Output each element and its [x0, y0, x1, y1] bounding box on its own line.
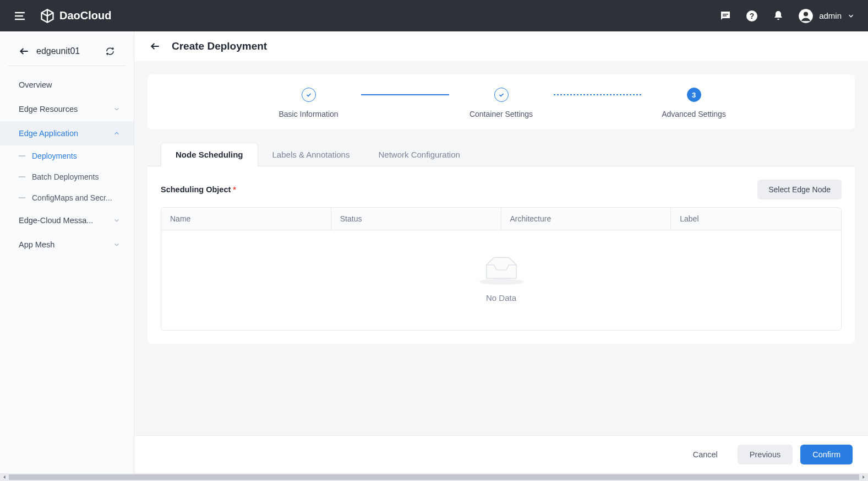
brand-name: DaoCloud — [59, 9, 111, 22]
scroll-left-icon[interactable] — [1, 474, 8, 480]
chevron-down-icon — [113, 217, 121, 224]
chat-icon[interactable] — [719, 9, 732, 23]
svg-point-11 — [479, 279, 523, 285]
sidebar-subitem-label: ConfigMaps and Secr... — [32, 193, 112, 202]
tab-content: Scheduling Object* Select Edge Node Name… — [148, 166, 855, 344]
previous-button[interactable]: Previous — [738, 445, 793, 464]
column-architecture: Architecture — [501, 208, 672, 230]
sidebar-item-label: Edge Application — [19, 129, 78, 138]
tab-node-scheduling[interactable]: Node Scheduling — [161, 143, 258, 166]
column-name: Name — [161, 208, 331, 230]
main: Create Deployment Basic Information — [134, 31, 868, 473]
sidebar-subitem-deployments[interactable]: Deployments — [0, 145, 134, 166]
stepper-card: Basic Information Container Settings 3 A… — [148, 74, 855, 129]
step-container-settings[interactable]: Container Settings — [449, 88, 554, 118]
sidebar-header: edgeunit01 — [8, 37, 126, 66]
tab-bar: Node Scheduling Labels & Annotations Net… — [148, 143, 855, 166]
dash-icon — [19, 176, 25, 177]
step-check-icon — [494, 88, 509, 102]
table-empty-state: No Data — [161, 230, 841, 330]
chevron-down-icon — [113, 105, 121, 113]
column-label: Label — [671, 208, 841, 230]
tab-network-configuration[interactable]: Network Configuration — [364, 143, 474, 166]
sidebar-subitem-label: Batch Deployments — [32, 172, 99, 181]
header-right: ? admin — [719, 8, 855, 24]
sidebar-subitem-batch-deployments[interactable]: Batch Deployments — [0, 166, 134, 187]
confirm-button[interactable]: Confirm — [800, 445, 853, 464]
sidebar-subitem-configmaps[interactable]: ConfigMaps and Secr... — [0, 187, 134, 208]
sidebar-item-label: App Mesh — [19, 240, 54, 249]
sidebar-item-label: Edge Resources — [19, 105, 78, 114]
step-number-icon: 3 — [687, 88, 701, 102]
dash-icon — [19, 155, 25, 156]
top-header: DaoCloud ? admin — [0, 0, 868, 31]
svg-marker-12 — [3, 475, 5, 479]
svg-text:?: ? — [750, 12, 755, 20]
page-header: Create Deployment — [134, 31, 868, 61]
step-check-icon — [302, 88, 316, 102]
empty-text: No Data — [486, 293, 516, 302]
chevron-down-icon — [847, 12, 855, 20]
content-area: Basic Information Container Settings 3 A… — [134, 61, 868, 435]
horizontal-scrollbar[interactable] — [0, 473, 868, 481]
select-edge-node-button[interactable]: Select Edge Node — [757, 180, 842, 199]
step-label: Basic Information — [279, 110, 338, 118]
footer-actions: Cancel Previous Confirm — [134, 435, 868, 473]
node-table: Name Status Architecture Label No Dat — [161, 207, 842, 331]
step-label: Advanced Settings — [662, 110, 726, 118]
sidebar: edgeunit01 Overview Edge Resources Edge … — [0, 31, 134, 473]
refresh-icon[interactable] — [105, 46, 115, 56]
scroll-thumb[interactable] — [9, 474, 859, 480]
sidebar-item-label: Overview — [19, 80, 52, 89]
tabs-container: Node Scheduling Labels & Annotations Net… — [148, 143, 855, 344]
page-back-icon[interactable] — [150, 41, 161, 52]
sidebar-item-overview[interactable]: Overview — [0, 73, 134, 97]
table-header: Name Status Architecture Label — [161, 208, 841, 230]
label-text: Scheduling Object — [161, 185, 231, 194]
avatar-icon — [798, 8, 814, 24]
sidebar-item-edge-cloud-messaging[interactable]: Edge-Cloud Messa... — [0, 208, 134, 233]
sidebar-menu: Overview Edge Resources Edge Application… — [0, 66, 134, 263]
sidebar-item-app-mesh[interactable]: App Mesh — [0, 233, 134, 257]
svg-marker-13 — [862, 475, 864, 479]
svg-point-8 — [804, 12, 808, 16]
sidebar-item-edge-application[interactable]: Edge Application — [0, 121, 134, 145]
svg-rect-3 — [723, 14, 728, 15]
step-connector — [554, 94, 642, 95]
chevron-up-icon — [113, 129, 121, 137]
user-menu[interactable]: admin — [798, 8, 855, 24]
required-indicator: * — [233, 185, 236, 194]
step-advanced-settings[interactable]: 3 Advanced Settings — [642, 88, 746, 118]
tab-labels-annotations[interactable]: Labels & Annotations — [258, 143, 364, 166]
step-connector — [361, 94, 449, 95]
dash-icon — [19, 197, 25, 198]
column-status: Status — [331, 208, 501, 230]
sidebar-title: edgeunit01 — [36, 46, 105, 56]
page-title: Create Deployment — [172, 40, 267, 52]
sidebar-item-edge-resources[interactable]: Edge Resources — [0, 97, 134, 121]
sidebar-back-icon[interactable] — [19, 46, 30, 57]
user-name: admin — [819, 11, 842, 20]
step-label: Container Settings — [470, 110, 533, 118]
section-header: Scheduling Object* Select Edge Node — [161, 180, 842, 199]
bell-icon[interactable] — [772, 9, 785, 23]
brand-logo[interactable]: DaoCloud — [40, 8, 111, 24]
logo-cube-icon — [40, 8, 55, 24]
header-left: DaoCloud — [13, 8, 111, 24]
sidebar-item-label: Edge-Cloud Messa... — [19, 216, 93, 225]
scroll-right-icon[interactable] — [860, 474, 867, 480]
empty-box-icon — [477, 252, 526, 285]
sidebar-subitem-label: Deployments — [32, 152, 77, 160]
step-basic-information[interactable]: Basic Information — [256, 88, 361, 118]
svg-rect-4 — [723, 15, 727, 17]
help-icon[interactable]: ? — [745, 9, 758, 23]
chevron-down-icon — [113, 241, 121, 248]
scheduling-object-label: Scheduling Object* — [161, 185, 236, 194]
cancel-button[interactable]: Cancel — [681, 445, 730, 464]
stepper: Basic Information Container Settings 3 A… — [148, 88, 855, 118]
hamburger-icon[interactable] — [13, 9, 26, 23]
